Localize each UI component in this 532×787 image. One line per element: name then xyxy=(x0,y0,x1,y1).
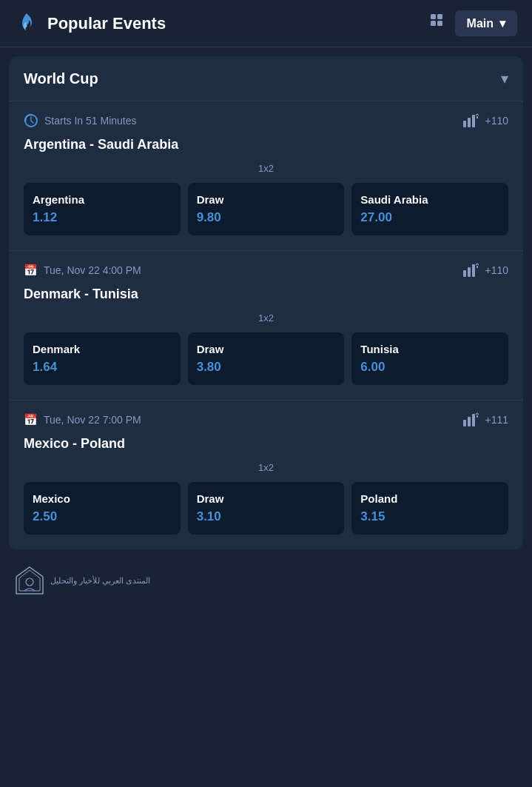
event-time-2: 📅 Tue, Nov 22 4:00 PM xyxy=(24,264,141,277)
header-right: Main ▾ xyxy=(430,10,517,36)
event-stats-3[interactable]: +111 xyxy=(462,412,508,427)
grid-icon[interactable] xyxy=(430,13,446,33)
odd-team-denmark: Denmark xyxy=(33,343,172,355)
stats-icon-1 xyxy=(462,113,479,128)
odd-team-saudi: Saudi Arabia xyxy=(360,193,499,206)
odd-value-denmark: 1.64 xyxy=(33,360,172,375)
section-title: World Cup xyxy=(24,70,98,87)
event-teams-2: Denmark - Tunisia xyxy=(24,287,508,302)
odd-btn-draw-3[interactable]: Draw 3.10 xyxy=(188,482,345,535)
event-stats-plus-2: +110 xyxy=(485,264,508,276)
event-type-2: 1x2 xyxy=(24,312,508,324)
watermark: المنتدى العربي للأخبار والتحليل xyxy=(0,558,532,603)
calendar-icon-2: 📅 xyxy=(24,264,38,277)
odds-row-3: Mexico 2.50 Draw 3.10 Poland 3.15 xyxy=(24,482,508,535)
odd-value-saudi: 27.00 xyxy=(360,210,499,225)
svg-rect-1 xyxy=(437,14,442,19)
event-stats-2[interactable]: +110 xyxy=(462,263,508,278)
odd-team-poland: Poland xyxy=(360,492,499,505)
odd-btn-mexico[interactable]: Mexico 2.50 xyxy=(24,482,181,535)
dropdown-chevron-icon: ▾ xyxy=(499,16,505,30)
svg-rect-10 xyxy=(468,267,471,277)
svg-rect-16 xyxy=(477,415,478,418)
odd-team-draw-2: Draw xyxy=(197,343,336,355)
svg-marker-17 xyxy=(16,567,43,594)
section-header[interactable]: World Cup ▾ xyxy=(9,56,523,101)
event-time-label-1: Starts In 51 Minutes xyxy=(44,115,137,127)
main-label: Main xyxy=(467,17,494,30)
odd-btn-draw-2[interactable]: Draw 3.80 xyxy=(188,332,345,385)
watermark-logo xyxy=(15,566,44,595)
svg-rect-12 xyxy=(477,266,478,268)
event-time-3: 📅 Tue, Nov 22 7:00 PM xyxy=(24,413,141,426)
app-header: Popular Events Main ▾ xyxy=(0,0,532,47)
odd-value-mexico: 2.50 xyxy=(33,509,172,524)
calendar-icon-3: 📅 xyxy=(24,413,38,426)
svg-rect-2 xyxy=(431,21,436,26)
world-cup-section: World Cup ▾ Starts In 51 Minutes xyxy=(9,56,523,549)
stats-icon-3 xyxy=(462,412,479,427)
odd-btn-denmark[interactable]: Denmark 1.64 xyxy=(24,332,181,385)
event-meta-2: 📅 Tue, Nov 22 4:00 PM +110 xyxy=(24,263,508,278)
event-teams-3: Mexico - Poland xyxy=(24,436,508,452)
event-stats-1[interactable]: +110 xyxy=(462,113,508,128)
odd-value-poland: 3.15 xyxy=(360,509,499,524)
event-type-3: 1x2 xyxy=(24,462,508,473)
odd-team-draw-1: Draw xyxy=(197,193,336,206)
svg-rect-6 xyxy=(468,118,471,127)
event-time-1: Starts In 51 Minutes xyxy=(24,113,137,128)
event-time-label-3: Tue, Nov 22 7:00 PM xyxy=(44,414,141,426)
svg-rect-15 xyxy=(472,414,475,426)
odd-value-draw-1: 9.80 xyxy=(197,210,336,225)
odd-team-tunisia: Tunisia xyxy=(360,343,499,355)
odds-row-1: Argentina 1.12 Draw 9.80 Saudi Arabia 27… xyxy=(24,183,508,235)
clock-icon-1 xyxy=(24,113,38,128)
svg-point-19 xyxy=(26,578,33,586)
event-mexico-poland: 📅 Tue, Nov 22 7:00 PM +111 Mexico - Pola… xyxy=(9,401,523,549)
watermark-text: المنتدى العربي للأخبار والتحليل xyxy=(50,576,150,586)
flame-icon xyxy=(15,12,38,36)
svg-rect-11 xyxy=(472,264,475,277)
event-argentina-saudi: Starts In 51 Minutes +110 Argentina - Sa… xyxy=(9,101,523,251)
odd-btn-draw-1[interactable]: Draw 9.80 xyxy=(188,183,345,235)
odds-row-2: Denmark 1.64 Draw 3.80 Tunisia 6.00 xyxy=(24,332,508,385)
event-teams-1: Argentina - Saudi Arabia xyxy=(24,137,508,153)
odd-btn-poland[interactable]: Poland 3.15 xyxy=(351,482,508,535)
event-time-label-2: Tue, Nov 22 4:00 PM xyxy=(44,264,141,276)
svg-marker-18 xyxy=(19,570,40,591)
odd-value-draw-3: 3.10 xyxy=(197,509,336,524)
stats-icon-2 xyxy=(462,263,479,278)
event-stats-plus-3: +111 xyxy=(485,414,508,426)
section-chevron-icon: ▾ xyxy=(501,70,508,87)
odd-value-draw-2: 3.80 xyxy=(197,360,336,375)
event-type-1: 1x2 xyxy=(24,163,508,174)
odd-btn-argentina[interactable]: Argentina 1.12 xyxy=(24,183,181,235)
odd-value-tunisia: 6.00 xyxy=(360,360,499,375)
svg-rect-0 xyxy=(431,14,436,19)
svg-rect-5 xyxy=(463,121,466,127)
svg-rect-9 xyxy=(463,270,466,277)
event-meta-3: 📅 Tue, Nov 22 7:00 PM +111 xyxy=(24,412,508,427)
svg-rect-3 xyxy=(437,21,442,26)
odd-btn-saudi[interactable]: Saudi Arabia 27.00 xyxy=(351,183,508,235)
odd-team-draw-3: Draw xyxy=(197,492,336,505)
svg-rect-8 xyxy=(477,116,478,118)
svg-rect-7 xyxy=(472,115,475,127)
odd-team-mexico: Mexico xyxy=(33,492,172,505)
odd-team-argentina: Argentina xyxy=(33,193,172,206)
header-left: Popular Events xyxy=(15,12,166,36)
svg-rect-13 xyxy=(463,420,466,426)
event-denmark-tunisia: 📅 Tue, Nov 22 4:00 PM +110 Denmark - Tun… xyxy=(9,251,523,401)
svg-rect-14 xyxy=(468,417,471,426)
odd-value-argentina: 1.12 xyxy=(33,210,172,225)
event-stats-plus-1: +110 xyxy=(485,115,508,127)
app-title: Popular Events xyxy=(47,14,166,33)
main-dropdown-button[interactable]: Main ▾ xyxy=(455,10,517,36)
odd-btn-tunisia[interactable]: Tunisia 6.00 xyxy=(351,332,508,385)
event-meta-1: Starts In 51 Minutes +110 xyxy=(24,113,508,128)
